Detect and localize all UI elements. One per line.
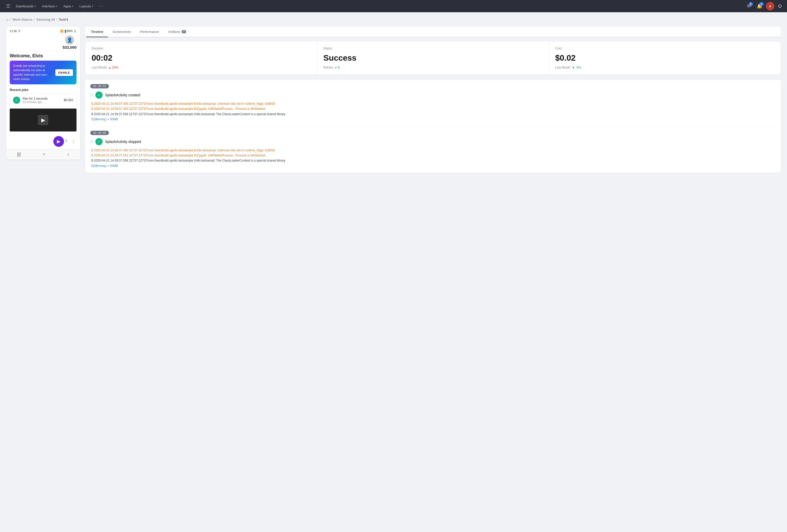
duration-label: Duration: [91, 47, 311, 50]
welcome-prefix: Welcome,: [10, 53, 31, 58]
cost-change: ▼ -5%: [572, 66, 581, 69]
user-avatar[interactable]: A: [766, 2, 774, 10]
tabs-bar: Timeline Screenshots Performance Artifac…: [85, 27, 781, 37]
job-title: Ran for 2 seconds: [23, 97, 61, 101]
log-line: E(Memory) = 50MB: [91, 163, 776, 169]
device-action-icons: ? ⋮: [64, 138, 77, 145]
breadcrumb-work-abacus[interactable]: Work-Abacus: [13, 18, 33, 21]
nav-apps[interactable]: Apps ▾: [61, 3, 76, 10]
right-panel: Timeline Screenshots Performance Artifac…: [85, 27, 781, 173]
nav-layouts-label: Layouts: [79, 4, 91, 8]
more-options-icon[interactable]: ···: [97, 2, 104, 10]
retries-value: ✔ 0: [335, 66, 340, 69]
more-vertical-icon[interactable]: ⋮: [70, 138, 77, 145]
timeline-section: 16:30:01 ✓ SplashActivity created $ 2020…: [85, 80, 781, 173]
nav-interface[interactable]: Interface ▾: [40, 3, 60, 10]
device-balance: $32,000: [63, 45, 77, 49]
device-user-avatar: 👤: [65, 36, 74, 45]
power-icon[interactable]: ⏻: [777, 3, 783, 9]
event-timestamp-1: 16:30:01: [90, 84, 109, 88]
timeline-event-1: 16:30:01 ✓ SplashActivity created $ 2020…: [85, 80, 781, 126]
tab-performance-label: Performance: [140, 30, 159, 34]
status-footer: Retries ✔ 0: [323, 66, 543, 69]
chevron-down-icon: ▾: [72, 5, 73, 8]
video-placeholder[interactable]: ▶: [10, 109, 77, 131]
signal-icon: ▐: [64, 30, 66, 32]
hamburger-icon[interactable]: ☰: [4, 2, 12, 10]
help-icon[interactable]: ?: [64, 138, 68, 145]
log-line: E(Memory) = 50MB: [91, 117, 776, 122]
cost-label: Cost: [555, 47, 774, 50]
status-label: Status: [323, 47, 543, 50]
tab-timeline[interactable]: Timeline: [86, 27, 108, 37]
clock-icon: ⏱: [18, 29, 21, 32]
log-line: $ 2020-04-21 14:39:37.490 22737-22737/co…: [91, 148, 776, 153]
log-line: $ 2020-04-21 14:39:37.558 22737-22737/co…: [91, 158, 776, 163]
metric-cost: Cost $0.02 Last Month ▼ -5%: [549, 42, 781, 74]
tab-screenshots[interactable]: Screenshots: [108, 27, 135, 37]
device-bottom-bar: ▶ ? ⋮: [6, 134, 80, 149]
tab-performance[interactable]: Performance: [135, 27, 164, 37]
event-title-2: SplashActivity stopped: [105, 140, 141, 144]
nav-dashboards-label: Dashboards: [16, 4, 34, 8]
log-line: $ 2020-04-21 14:39:37.453 22737-22737/co…: [91, 153, 776, 158]
recent-jobs-title: Recent jobs: [10, 88, 77, 92]
device-time: 11:36: [10, 29, 17, 32]
duration-value: 00:02: [91, 53, 311, 63]
device-panel: 11:36 ⏱ 📶 ▐ 86% 🔋 👤 $32,000: [6, 27, 80, 159]
breadcrumb-separator: /: [10, 18, 11, 21]
log-line: $ 2020-04-21 14:39:37.490 22737-22737/co…: [91, 101, 776, 106]
retries-label: Retries: [323, 66, 333, 69]
enable-button[interactable]: ENABLE: [55, 69, 73, 76]
breadcrumb-samsung-s9[interactable]: Samsung s9: [36, 18, 55, 21]
status-value: Success: [323, 53, 543, 63]
battery-full-icon: 🔋: [73, 30, 77, 32]
chevron-down-icon: ▾: [92, 5, 93, 8]
event-dot-1: [90, 94, 93, 96]
top-navbar: ☰ Dashboards ▾ Interface ▾ Apps ▾ Layout…: [0, 0, 787, 12]
tab-screenshots-label: Screenshots: [112, 30, 131, 34]
nav-recents-icon[interactable]: ‹: [68, 152, 69, 157]
nav-home-icon[interactable]: ○: [43, 152, 46, 157]
tab-timeline-label: Timeline: [91, 30, 103, 34]
messages-button[interactable]: ✉ 6: [745, 2, 753, 10]
notifications-button[interactable]: 🔔 6: [756, 2, 764, 10]
notifications-badge: 6: [760, 2, 764, 6]
event-header-1: ✓ SplashActivity created: [90, 91, 776, 98]
timeline-event-2: 16:30:05 ✓ SplashActivity stopped $ 2020…: [85, 126, 781, 173]
event-title-1: SplashActivity created: [105, 93, 140, 97]
battery-icon: 86%: [67, 29, 73, 33]
log-line: $ 2020-04-21 14:39:37.453 22737-22737/co…: [91, 106, 776, 111]
job-info: Ran for 2 seconds 23 minutes ago: [23, 97, 61, 104]
play-button[interactable]: ▶: [53, 136, 64, 147]
welcome-username: Elvis: [33, 53, 43, 58]
metric-duration: Duration 00:02 Last Month ▲ 23%: [85, 42, 317, 74]
wifi-icon: 📶: [60, 30, 63, 32]
promo-banner: Enable job scheduling to automatically r…: [10, 61, 77, 84]
tab-artifacts[interactable]: Artifacts 9: [164, 27, 191, 37]
device-header: 👤 $32,000: [10, 34, 77, 51]
duration-footer-label: Last Month: [91, 66, 107, 69]
promo-text: Enable job scheduling to automatically r…: [13, 64, 53, 81]
nav-layouts[interactable]: Layouts ▾: [77, 3, 96, 10]
play-video-button[interactable]: ▶: [38, 115, 48, 125]
artifacts-badge: 9: [182, 30, 186, 34]
nav-interface-label: Interface: [42, 4, 55, 8]
job-time: 23 minutes ago: [23, 101, 61, 104]
main-wrapper: ⌂ / Work-Abacus / Samsung s9 / Test#1 11…: [0, 12, 787, 178]
welcome-message: Welcome, Elvis: [10, 53, 77, 59]
event-header-2: ✓ SplashActivity stopped: [90, 138, 776, 145]
content-area: 11:36 ⏱ 📶 ▐ 86% 🔋 👤 $32,000: [6, 27, 781, 173]
tab-artifacts-label: Artifacts: [168, 30, 180, 34]
chevron-down-icon: ▾: [56, 5, 57, 8]
nav-back-icon[interactable]: |||: [17, 152, 21, 157]
breadcrumb-separator: /: [34, 18, 35, 21]
home-icon[interactable]: ⌂: [6, 17, 8, 22]
nav-dashboards[interactable]: Dashboards ▾: [13, 3, 39, 10]
chevron-down-icon: ▾: [35, 5, 36, 8]
messages-badge: 6: [749, 2, 753, 6]
job-cost: $0.002: [64, 98, 73, 102]
cost-footer-label: Last Month: [555, 66, 570, 69]
breadcrumb-current: Test#1: [59, 18, 68, 21]
device-status-bar: 11:36 ⏱ 📶 ▐ 86% 🔋: [10, 29, 77, 33]
